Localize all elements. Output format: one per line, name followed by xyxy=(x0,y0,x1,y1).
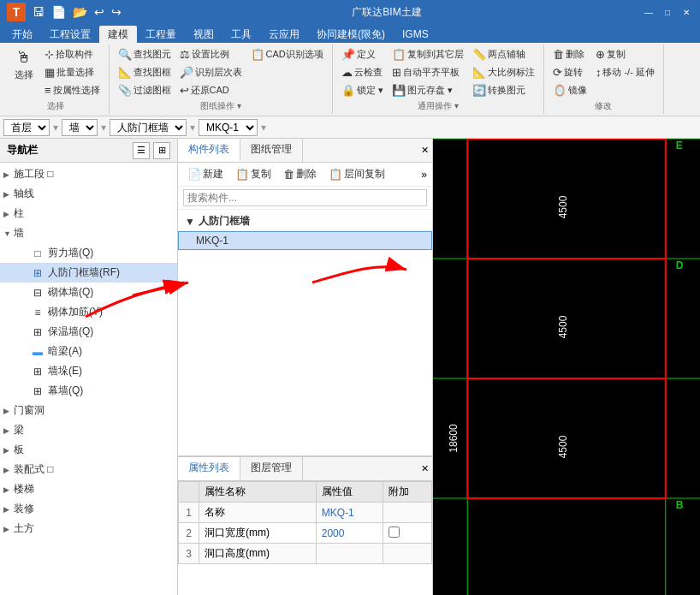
cad-viewport[interactable]: 4500 4500 18600 4500 E D B xyxy=(433,139,700,595)
nav-item-masonry[interactable]: ⊟ 砌体墙(Q) xyxy=(0,283,177,302)
comp-group-toggle: ▼ xyxy=(185,216,195,228)
nav-item-shear-wall[interactable]: □ 剪力墙(Q) xyxy=(0,243,177,263)
find-frame-btn[interactable]: 📐查找图框 xyxy=(115,64,175,80)
filter-frame-btn[interactable]: 📎过滤图框 xyxy=(115,82,175,98)
undo-btn[interactable]: ↩ xyxy=(94,5,104,19)
category-select[interactable]: 人防门框墙 xyxy=(110,119,187,136)
row3-extra xyxy=(383,544,432,564)
nav-item-finish[interactable]: ▶ 装修 xyxy=(0,499,177,519)
pick-component-btn[interactable]: ⊹拾取构件 xyxy=(41,46,104,62)
tab-comp-list[interactable]: 构件列表 xyxy=(178,139,240,162)
options-icon: 📋 xyxy=(251,48,264,61)
tab-settings[interactable]: 工程设置 xyxy=(41,26,99,43)
ribbon-group-modify: 🗑删除 ⟳旋转 🪞镜像 ⊕复制 ↕移动 -/- 延伸 修改 xyxy=(544,45,664,114)
maximize-btn[interactable]: □ xyxy=(661,5,674,19)
floor-select[interactable]: 首层 xyxy=(3,119,50,136)
row3-value[interactable] xyxy=(316,544,383,564)
tab-view[interactable]: 视图 xyxy=(185,26,222,43)
tab-prop-list[interactable]: 属性列表 xyxy=(178,457,240,480)
stair-label: 楼梯 xyxy=(14,482,34,497)
nav-item-hidden-beam[interactable]: ▬ 暗梁(A) xyxy=(0,342,177,361)
prop-select-btn[interactable]: ≡按属性选择 xyxy=(41,82,104,98)
identify-layer-btn[interactable]: 🔎识别层次表 xyxy=(176,64,246,80)
save-element-btn[interactable]: 💾图元存盘 ▾ xyxy=(389,82,467,98)
type-select[interactable]: 墙 xyxy=(62,119,98,136)
batch-select-btn[interactable]: ▦批量选择 xyxy=(41,64,104,80)
quick-access-btn[interactable]: 🖫 xyxy=(33,5,44,19)
cad-options-btn[interactable]: 📋CAD识别选项 xyxy=(247,46,327,62)
tab-cloud[interactable]: 云应用 xyxy=(260,26,308,43)
nav-item-column[interactable]: ▶ 柱 xyxy=(0,204,177,223)
app-logo: T xyxy=(7,3,26,21)
minimize-btn[interactable]: — xyxy=(642,5,656,19)
restore-cad-btn[interactable]: ↩还原CAD xyxy=(176,82,246,98)
mirror-btn[interactable]: 🪞镜像 xyxy=(549,82,590,98)
nav-item-rf-wall[interactable]: ⊞ 人防门框墙(RF) xyxy=(0,263,177,283)
lock-btn[interactable]: 🔒锁定 ▾ xyxy=(338,82,387,98)
copy-comp-btn[interactable]: 📋 复制 xyxy=(231,165,276,183)
new-label: 新建 xyxy=(203,167,223,181)
nav-item-beam[interactable]: ▶ 梁 xyxy=(0,420,177,440)
set-scale-btn[interactable]: ⚖设置比例 xyxy=(176,46,246,62)
more-btn[interactable]: » xyxy=(421,169,427,181)
component-select[interactable]: MKQ-1 xyxy=(199,119,258,136)
tab-layer-mgmt[interactable]: 图层管理 xyxy=(240,457,303,480)
quick-new-btn[interactable]: 📄 xyxy=(51,5,66,19)
beam-label: 梁 xyxy=(14,423,24,437)
nav-item-earthwork[interactable]: ▶ 土方 xyxy=(0,519,177,538)
tab-start[interactable]: 开始 xyxy=(3,26,41,43)
nav-item-prefab[interactable]: ▶ 装配式 □ xyxy=(0,460,177,479)
nav-item-axis[interactable]: ▶ 轴线 xyxy=(0,184,177,204)
prop-close-btn[interactable]: ✕ xyxy=(418,457,432,480)
comp-item-mkq1[interactable]: MKQ-1 xyxy=(178,231,432,250)
nav-item-window-door[interactable]: ▶ 门窗洞 xyxy=(0,401,177,420)
find-element-btn[interactable]: 🔍查找图元 xyxy=(115,46,175,62)
row2-value[interactable]: 2000 xyxy=(316,523,383,544)
convert-element-btn[interactable]: 🔄转换图元 xyxy=(469,82,538,98)
tab-quantity[interactable]: 工程量 xyxy=(137,26,185,43)
large-scale-btn[interactable]: 📐大比例标注 xyxy=(469,64,538,80)
select-btn[interactable]: 🖱 选择 xyxy=(9,46,39,84)
define-btn[interactable]: 📌定义 xyxy=(338,46,387,62)
tab-igms[interactable]: IGMS xyxy=(394,26,437,43)
nav-item-wall-buttress[interactable]: ⊞ 墙垛(E) xyxy=(0,361,177,381)
row2-checkbox[interactable] xyxy=(389,527,400,538)
redo-btn[interactable]: ↪ xyxy=(111,5,122,19)
two-point-axis-btn[interactable]: 📏两点辅轴 xyxy=(469,46,538,62)
svg-text:4500: 4500 xyxy=(557,195,569,218)
copy-to-floor-btn[interactable]: 📋复制到其它层 xyxy=(389,46,467,62)
nav-icon-view-btn[interactable]: ⊞ xyxy=(153,142,170,159)
tab-drawing-mgmt[interactable]: 图纸管理 xyxy=(240,139,303,162)
tab-model[interactable]: 建模 xyxy=(99,26,137,43)
delete-btn[interactable]: 🗑删除 xyxy=(549,46,590,62)
nav-item-slab[interactable]: ▶ 板 xyxy=(0,440,177,460)
nav-item-stair[interactable]: ▶ 楼梯 xyxy=(0,479,177,499)
nav-item-stage[interactable]: ▶ 施工段 □ xyxy=(0,164,177,184)
nav-item-masonry-rebar[interactable]: ≡ 砌体加筋(Y) xyxy=(0,302,177,322)
svg-text:4500: 4500 xyxy=(557,315,569,338)
comp-group-rf-wall[interactable]: ▼ 人防门框墙 xyxy=(178,211,432,231)
row3-name: 洞口高度(mm) xyxy=(199,544,317,564)
close-btn[interactable]: ✕ xyxy=(679,5,693,19)
quick-open-btn[interactable]: 📂 xyxy=(73,5,87,19)
nav-list-view-btn[interactable]: ☰ xyxy=(133,142,150,159)
panel-close-btn[interactable]: ✕ xyxy=(418,139,432,162)
beam-toggle: ▶ xyxy=(3,426,14,435)
tab-tools[interactable]: 工具 xyxy=(222,26,260,43)
tab-collab[interactable]: 协同建模(限免) xyxy=(308,26,394,43)
copy-btn[interactable]: ⊕复制 xyxy=(592,46,658,62)
nav-item-curtain[interactable]: ⊞ 幕墙(Q) xyxy=(0,381,177,401)
move-btn[interactable]: ↕移动 -/- 延伸 xyxy=(592,64,658,80)
auto-align-btn[interactable]: ⊞自动平齐平板 xyxy=(389,64,467,80)
move-icon: ↕ xyxy=(596,66,602,79)
search-input[interactable] xyxy=(183,189,427,206)
floor-copy-btn[interactable]: 📋 层间复制 xyxy=(324,165,389,183)
nav-item-wall[interactable]: ▼ 墙 xyxy=(0,223,177,243)
delete-comp-btn[interactable]: 🗑 删除 xyxy=(279,165,321,183)
modify-group-content: 🗑删除 ⟳旋转 🪞镜像 ⊕复制 ↕移动 -/- 延伸 xyxy=(549,46,658,98)
rotate-btn[interactable]: ⟳旋转 xyxy=(549,64,590,80)
row1-value[interactable]: MKQ-1 xyxy=(316,503,383,523)
new-comp-btn[interactable]: 📄 新建 xyxy=(183,165,228,183)
nav-item-insulation[interactable]: ⊞ 保温墙(Q) xyxy=(0,322,177,342)
cloud-check-btn[interactable]: ☁云检查 xyxy=(338,64,387,80)
